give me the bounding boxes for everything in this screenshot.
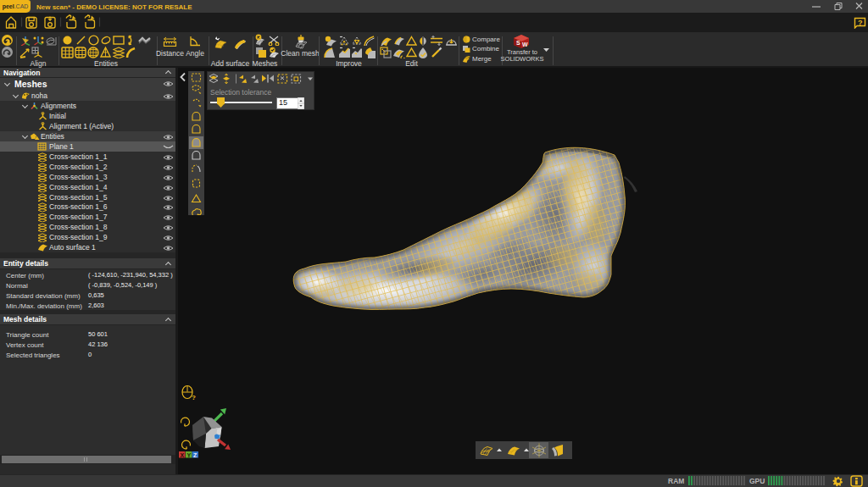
svg-text:X: X [181,452,185,458]
svg-text:?: ? [858,19,863,27]
svg-text:Z: Z [193,452,198,458]
svg-text:S: S [516,40,520,46]
svg-text:?: ? [192,394,196,401]
svg-text:W: W [522,42,528,47]
svg-text:Y: Y [187,452,192,458]
